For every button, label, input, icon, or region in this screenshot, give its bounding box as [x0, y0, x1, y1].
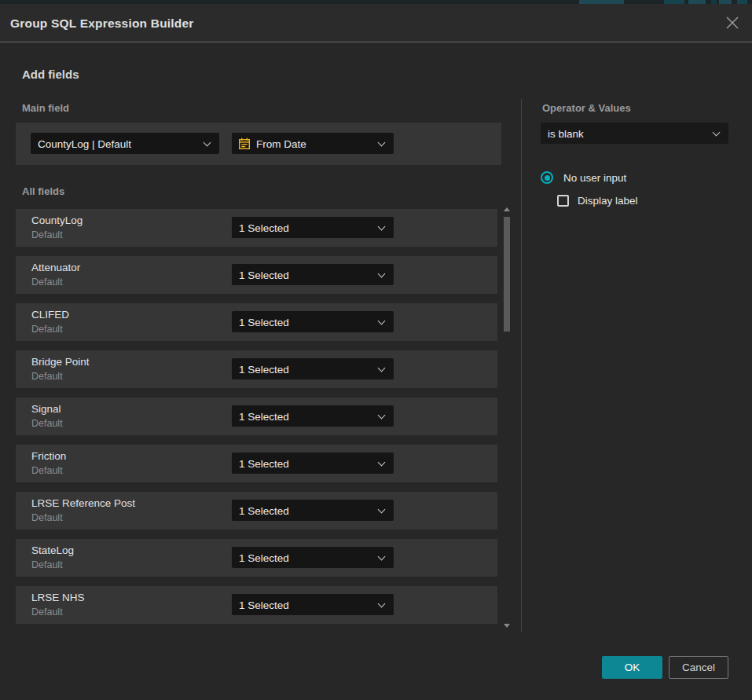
- field-name: LRSE NHS: [31, 592, 85, 603]
- field-selection-dropdown[interactable]: 1 Selected: [232, 311, 394, 332]
- selected-count: 1 Selected: [239, 457, 289, 469]
- field-type: Default: [31, 465, 63, 476]
- calendar-icon: [238, 137, 251, 150]
- radio-selected-icon: [541, 171, 553, 184]
- chevron-down-icon: [378, 411, 386, 419]
- field-row-lrse-reference-post: LRSE Reference Post Default 1 Selected: [16, 492, 497, 530]
- close-icon[interactable]: [724, 15, 740, 31]
- selected-count: 1 Selected: [239, 552, 289, 563]
- no-user-input-label[interactable]: No user input: [563, 171, 626, 185]
- field-type: Default: [31, 229, 63, 240]
- field-selection-dropdown[interactable]: 1 Selected: [232, 453, 394, 474]
- field-selection-dropdown[interactable]: 1 Selected: [232, 500, 394, 521]
- selected-count: 1 Selected: [239, 316, 289, 328]
- operator-select[interactable]: is blank: [541, 123, 728, 144]
- field-type: Default: [31, 418, 63, 429]
- field-name: Friction: [31, 450, 66, 462]
- field-selection-dropdown[interactable]: 1 Selected: [232, 405, 394, 427]
- field-row-clifed: CLIFED Default 1 Selected: [16, 303, 497, 341]
- field-type: Default: [31, 324, 63, 335]
- field-name: Attenuator: [31, 262, 80, 273]
- selected-count: 1 Selected: [239, 363, 289, 375]
- field-type: Default: [31, 371, 63, 382]
- field-name: StateLog: [31, 544, 74, 556]
- field-name: Signal: [31, 403, 61, 415]
- dialog-header: Group SQL Expression Builder: [0, 4, 752, 42]
- field-selection-dropdown[interactable]: 1 Selected: [232, 358, 394, 379]
- field-selection-dropdown[interactable]: 1 Selected: [232, 264, 394, 285]
- chevron-down-icon: [378, 138, 386, 146]
- field-row-statelog: StateLog Default 1 Selected: [16, 539, 497, 577]
- selected-count: 1 Selected: [239, 504, 289, 516]
- scrollbar-up-arrow[interactable]: [504, 207, 510, 211]
- field-row-countylog: CountyLog Default 1 Selected: [16, 209, 497, 247]
- field-row-attenuator: Attenuator Default 1 Selected: [16, 256, 497, 294]
- main-field-panel: CountyLog | Default From Date: [16, 123, 501, 165]
- chevron-down-icon: [713, 128, 721, 136]
- chevron-down-icon: [378, 458, 386, 466]
- selected-count: 1 Selected: [239, 410, 289, 422]
- all-fields-label: All fields: [22, 185, 64, 197]
- add-fields-title: Add fields: [22, 68, 79, 81]
- cancel-button[interactable]: Cancel: [669, 656, 728, 679]
- chevron-down-icon: [378, 317, 386, 324]
- dialog-title: Group SQL Expression Builder: [10, 4, 194, 42]
- operator-values-label: Operator & Values: [542, 102, 631, 114]
- main-field-date-value: From Date: [256, 137, 306, 149]
- field-row-lrse-nhs: LRSE NHS Default 1 Selected: [16, 586, 497, 624]
- main-field-label: Main field: [22, 102, 69, 114]
- chevron-down-icon: [378, 552, 386, 560]
- field-row-friction: Friction Default 1 Selected: [16, 445, 497, 482]
- main-field-source-value: CountyLog | Default: [38, 137, 131, 149]
- chevron-down-icon: [378, 222, 386, 230]
- selected-count: 1 Selected: [239, 599, 289, 610]
- field-type: Default: [31, 512, 63, 523]
- ok-button[interactable]: OK: [602, 656, 662, 679]
- field-selection-dropdown[interactable]: 1 Selected: [232, 547, 394, 568]
- field-row-bridge-point: Bridge Point Default 1 Selected: [16, 350, 497, 388]
- field-type: Default: [31, 607, 63, 618]
- field-name: CountyLog: [31, 214, 83, 226]
- selected-count: 1 Selected: [239, 269, 289, 280]
- chevron-down-icon: [204, 138, 211, 146]
- operator-value: is blank: [548, 127, 584, 139]
- vertical-divider: [521, 99, 522, 632]
- field-selection-dropdown[interactable]: 1 Selected: [232, 594, 394, 615]
- display-label-text[interactable]: Display label: [578, 195, 638, 207]
- field-type: Default: [31, 277, 63, 288]
- field-selection-dropdown[interactable]: 1 Selected: [232, 217, 394, 238]
- field-name: LRSE Reference Post: [31, 497, 135, 509]
- main-field-source-select[interactable]: CountyLog | Default: [31, 133, 219, 154]
- scrollbar-down-arrow[interactable]: [504, 624, 510, 628]
- group-sql-expression-builder-dialog: Group SQL Expression Builder Add fields …: [0, 4, 752, 700]
- field-row-signal: Signal Default 1 Selected: [16, 398, 497, 435]
- field-name: CLIFED: [31, 309, 69, 321]
- field-name: Bridge Point: [31, 356, 90, 368]
- main-field-date-select[interactable]: From Date: [232, 133, 394, 154]
- selected-count: 1 Selected: [239, 222, 289, 233]
- chevron-down-icon: [378, 364, 386, 372]
- scrollbar-thumb[interactable]: [504, 217, 510, 332]
- chevron-down-icon: [378, 505, 386, 513]
- chevron-down-icon: [378, 269, 386, 277]
- field-type: Default: [31, 559, 63, 570]
- checkbox-unchecked-icon: [557, 195, 569, 207]
- chevron-down-icon: [378, 599, 386, 607]
